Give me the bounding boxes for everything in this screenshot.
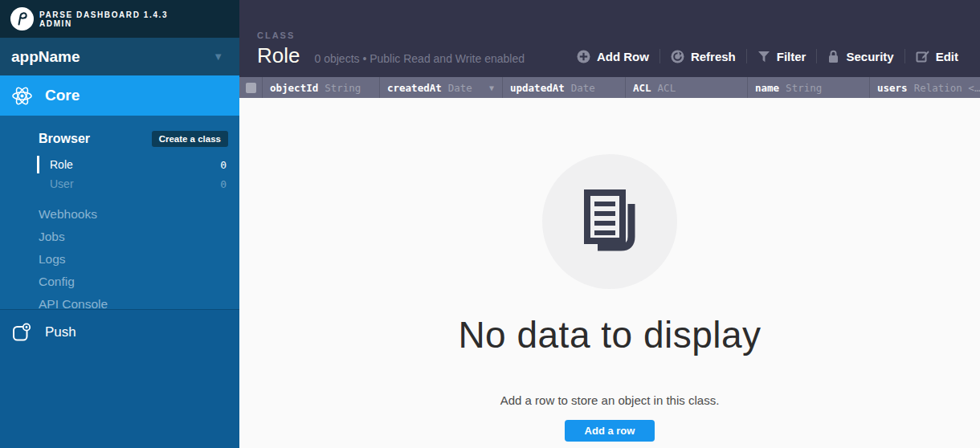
class-marker	[37, 175, 39, 193]
empty-state-subtitle: Add a row to store an object in this cla…	[239, 393, 980, 407]
create-class-button[interactable]: Create a class	[152, 131, 228, 147]
push-notification-icon	[11, 322, 32, 343]
column-header-createdat[interactable]: createdAt Date ▼	[379, 77, 502, 98]
column-type: ACL	[658, 82, 676, 94]
edit-toolbar-button[interactable]: Edit	[905, 50, 969, 63]
column-name: updatedAt	[510, 82, 565, 94]
parse-logo-icon	[10, 7, 34, 31]
logo-text: PARSE DASHBOARD 1.4.3 ADMIN	[39, 10, 168, 28]
sidebar-item-browser[interactable]: Browser	[39, 132, 90, 146]
sidebar-section-push[interactable]: Push	[0, 310, 239, 355]
class-count: 0	[220, 178, 227, 190]
class-list: Role 0 User 0	[0, 155, 239, 193]
column-header-updatedat[interactable]: updatedAt Date	[502, 77, 625, 98]
lock-icon	[827, 50, 839, 63]
refresh-toolbar-button[interactable]: Refresh	[660, 50, 746, 63]
browser-content: No data to display Add a row to store an…	[239, 98, 980, 448]
core-section-body: Browser Create a class Role 0 User 0 Web…	[0, 116, 239, 309]
parse-dashboard: PARSE DASHBOARD 1.4.3 ADMIN appName ▼ Co…	[0, 0, 980, 448]
class-header: CLASS Role 0 objects • Public Read and W…	[239, 0, 980, 77]
empty-state-badge	[542, 154, 677, 289]
refresh-icon	[671, 50, 684, 63]
column-header-acl[interactable]: ACL ACL	[625, 77, 747, 98]
add-circle-icon	[577, 50, 590, 63]
toolbar-label: Edit	[936, 50, 958, 63]
push-section-label: Push	[45, 324, 76, 340]
core-section-label: Core	[45, 87, 80, 104]
sidebar-item-config[interactable]: Config	[0, 271, 239, 293]
push-section: Push	[0, 309, 239, 448]
select-all-checkbox[interactable]	[246, 83, 256, 93]
logo-title: PARSE DASHBOARD 1.4.3	[39, 10, 168, 19]
filter-icon	[757, 51, 770, 63]
toolbar-label: Security	[846, 50, 893, 63]
column-type: String	[786, 82, 822, 94]
column-header-name[interactable]: name String	[747, 77, 869, 98]
sidebar-item-webhooks[interactable]: Webhooks	[0, 203, 239, 226]
security-toolbar-button[interactable]: Security	[817, 50, 904, 63]
filter-toolbar-button[interactable]: Filter	[747, 50, 817, 63]
column-type: Relation <…	[914, 82, 980, 94]
edit-icon	[916, 50, 929, 63]
toolbar: Add Row Refresh Filter	[566, 44, 969, 68]
column-type: Date	[448, 82, 472, 94]
column-name: objectId	[270, 82, 318, 94]
column-name: createdAt	[387, 82, 442, 94]
empty-state-title: No data to display	[239, 313, 980, 356]
sidebar: PARSE DASHBOARD 1.4.3 ADMIN appName ▼ Co…	[0, 0, 239, 448]
core-nav: Webhooks Jobs Logs Config API Console	[0, 203, 239, 316]
documents-icon	[573, 186, 647, 257]
select-all-cell	[239, 77, 262, 98]
add-row-toolbar-button[interactable]: Add Row	[566, 50, 659, 63]
class-item-role[interactable]: Role 0	[0, 155, 239, 174]
class-name: Role	[50, 158, 73, 171]
column-name: ACL	[633, 82, 651, 94]
sidebar-section-core[interactable]: Core	[0, 75, 239, 116]
class-name: User	[50, 177, 74, 190]
toolbar-label: Filter	[777, 50, 806, 63]
toolbar-label: Refresh	[691, 50, 736, 63]
class-item-user[interactable]: User 0	[0, 174, 239, 193]
class-subtitle: 0 objects • Public Read and Write enable…	[314, 52, 524, 65]
sidebar-item-logs[interactable]: Logs	[0, 248, 239, 271]
class-count: 0	[220, 159, 227, 171]
table-header: objectId String createdAt Date ▼ updated…	[239, 77, 980, 98]
column-type: String	[325, 82, 361, 94]
column-header-objectid[interactable]: objectId String	[262, 77, 379, 98]
app-selector[interactable]: appName ▼	[0, 38, 239, 75]
logo-bar: PARSE DASHBOARD 1.4.3 ADMIN	[0, 0, 239, 38]
toolbar-label: Add Row	[597, 50, 649, 63]
column-name: users	[877, 82, 908, 94]
browser-row: Browser Create a class	[0, 129, 239, 149]
sidebar-item-jobs[interactable]: Jobs	[0, 226, 239, 248]
active-class-marker	[37, 156, 39, 173]
column-header-users[interactable]: users Relation <…	[869, 77, 980, 98]
atom-icon	[11, 85, 33, 107]
add-row-button[interactable]: Add a row	[565, 420, 655, 442]
class-kicker-label: CLASS	[257, 31, 295, 40]
app-name: appName	[11, 48, 80, 66]
sort-desc-icon[interactable]: ▼	[489, 83, 494, 92]
column-name: name	[755, 82, 779, 94]
logo-subtitle: ADMIN	[39, 19, 168, 28]
class-title-row: Role 0 objects • Public Read and Write e…	[257, 43, 525, 68]
chevron-down-icon: ▼	[213, 51, 223, 63]
page-title: Role	[257, 43, 300, 68]
column-type: Date	[571, 82, 595, 94]
